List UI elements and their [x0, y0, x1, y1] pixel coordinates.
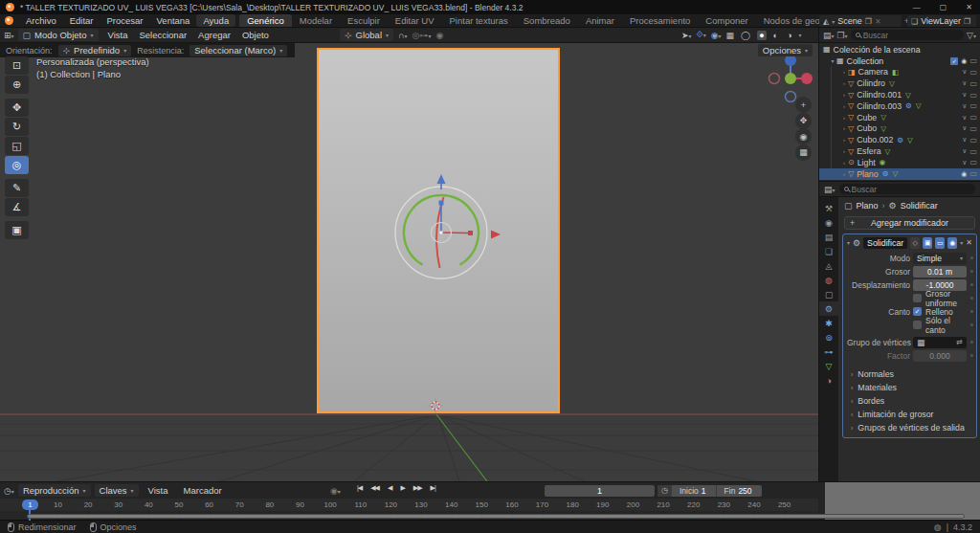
section-normales[interactable]: ›Normales	[843, 367, 976, 381]
outliner-row-light[interactable]: ›⊙Light◉∨▭	[819, 157, 980, 168]
add-cube-tool[interactable]: ▣	[5, 221, 29, 239]
start-frame-field[interactable]: 1	[702, 486, 716, 496]
pan-button[interactable]: ✥	[795, 113, 812, 129]
outliner-filter-collection-icon[interactable]: ❐▾	[837, 31, 848, 40]
eye-closed-icon[interactable]: ∨	[962, 68, 967, 76]
scene-tab[interactable]: ◬	[819, 258, 838, 273]
eye-closed-icon[interactable]: ∨	[962, 91, 967, 99]
menu-editar[interactable]: Editar	[63, 14, 100, 27]
edit-mode-toggle[interactable]: ▣	[923, 237, 932, 249]
uniform-thickness-checkbox[interactable]	[913, 294, 922, 302]
marker-menu[interactable]: Marcador	[178, 485, 228, 496]
expand-icon[interactable]: ›	[840, 103, 848, 109]
timeline-editor-icon[interactable]: ◷▾	[4, 486, 14, 496]
close-icon[interactable]: ✕	[966, 238, 972, 247]
next-keyframe-button[interactable]: ▶▶	[413, 484, 422, 492]
use-preview-range-icon[interactable]: ◷	[657, 485, 672, 497]
screen-icon[interactable]: ▭	[969, 124, 977, 133]
outliner-row-cubo-002[interactable]: ›▽Cubo.002⚙▽∨▭	[819, 134, 980, 145]
expand-icon[interactable]: ›	[840, 92, 848, 98]
thickness-slider[interactable]: 0.01 m	[913, 266, 967, 278]
plane-object[interactable]	[318, 49, 559, 412]
outliner-row-collection[interactable]: ▾▦Collection✓◉▭	[819, 56, 980, 67]
eye-closed-icon[interactable]: ∨	[962, 124, 967, 132]
eye-closed-icon[interactable]: ∨	[962, 136, 967, 144]
outliner-row-plano[interactable]: ›▽Plano⚙▽◉▭	[819, 168, 980, 180]
jump-end-button[interactable]: ▶|	[431, 484, 435, 492]
menu-ayuda[interactable]: Ayuda	[196, 14, 235, 27]
eye-closed-icon[interactable]: ∨	[962, 159, 967, 167]
gizmo-z-handle[interactable]	[439, 201, 444, 206]
workspace-tab-editar-uv[interactable]: Editar UV	[388, 14, 442, 27]
rim-fill-checkbox[interactable]: ✓	[913, 307, 922, 316]
annotate-tool[interactable]: ✎	[5, 179, 29, 197]
screen-icon[interactable]: ▭	[969, 56, 977, 65]
shading-options-icon[interactable]: ▾	[798, 32, 801, 38]
current-frame-field[interactable]: 1	[545, 485, 655, 497]
add-modifier-button[interactable]: Agregar modificador	[844, 216, 975, 230]
viewport-menu-agregar[interactable]: Agregar	[192, 30, 236, 40]
workspace-tab-procesamiento[interactable]: Procesamiento	[622, 14, 698, 27]
material-tab[interactable]: ◑	[819, 373, 838, 388]
zoom-button[interactable]: +	[795, 97, 812, 113]
move-tool[interactable]: ✥	[5, 99, 29, 117]
filter-funnel-icon[interactable]: ▽▾	[967, 31, 976, 40]
minimize-button[interactable]: —	[913, 3, 921, 11]
factor-slider[interactable]: 0.000	[913, 350, 967, 362]
outliner-row-cilindro[interactable]: ›▽Cilindro▽∨▭	[819, 78, 980, 89]
falloff-dropdown[interactable]: Seleccionar (Marco)▾	[189, 45, 287, 56]
view-layer-selector[interactable]: ❏ ViewLayer ❐	[907, 15, 976, 27]
properties-editor-icon[interactable]: ▤▾	[824, 185, 835, 194]
section-grupos-de-v-rtices-de-salida[interactable]: ›Grupos de vértices de salida	[843, 421, 976, 434]
invert-vertex-group-icon[interactable]: ⇄	[956, 338, 963, 346]
breadcrumb-modifier[interactable]: Solidificar	[901, 201, 938, 211]
screen-icon[interactable]: ▭	[969, 147, 977, 156]
viewport-3d[interactable]: Orientación: ⊹ Predefinido▾ Resistencia:…	[0, 43, 818, 481]
data-tab[interactable]: ▽	[819, 359, 838, 373]
extras-dropdown-icon[interactable]: ▾	[960, 239, 963, 246]
render-toggle[interactable]: ◉	[947, 237, 957, 249]
screen-icon[interactable]: ▭	[969, 91, 977, 100]
outliner-row-camera[interactable]: ›◨Camera◧∨▭	[819, 67, 980, 78]
mode-dropdown[interactable]: Simple▾	[913, 253, 967, 264]
only-rim-checkbox[interactable]	[913, 321, 922, 329]
selectability-dropdown-icon[interactable]: ➤▾	[681, 31, 692, 40]
screen-icon[interactable]: ▭	[969, 136, 977, 144]
workspace-tab-sombreado[interactable]: Sombreado	[516, 14, 578, 27]
workspace-tab-animar[interactable]: Animar	[578, 14, 622, 27]
eye-closed-icon[interactable]: ∨	[962, 102, 967, 110]
screen-icon[interactable]: ▭	[969, 68, 977, 77]
section-materiales[interactable]: ›Materiales	[843, 381, 976, 394]
screen-icon[interactable]: ▭	[969, 101, 977, 110]
particles-tab[interactable]: ✱	[819, 316, 838, 330]
outliner-row-esfera[interactable]: ›▽Esfera▽∨▭	[819, 145, 980, 157]
workspace-tab-gen-rico[interactable]: Genérico	[239, 14, 292, 27]
auto-key-record-icon[interactable]: ◉▾	[330, 486, 341, 496]
workspace-tab-pintar-texturas[interactable]: Pintar texturas	[442, 14, 516, 27]
expand-icon[interactable]: ›	[840, 80, 848, 86]
physics-tab[interactable]: ⊚	[819, 330, 838, 344]
overlays-dropdown-icon[interactable]: ◉▾	[711, 31, 722, 40]
outliner-row-cilindro-003[interactable]: ›▽Cilindro.003⚙▽∨▭	[819, 100, 980, 112]
viewport-canvas[interactable]	[0, 43, 818, 481]
section-bordes[interactable]: ›Bordes	[843, 394, 976, 408]
playback-menu[interactable]: Reproducción▾	[18, 484, 91, 497]
render-tab[interactable]: ◉	[819, 215, 838, 230]
end-frame-field[interactable]: 250	[738, 486, 761, 496]
play-button[interactable]: ▶	[400, 484, 404, 492]
constraints-tab[interactable]: ⊶	[819, 344, 838, 359]
prev-keyframe-button[interactable]: ◀◀	[370, 484, 379, 492]
output-tab[interactable]: ▤	[819, 230, 838, 244]
screen-icon[interactable]: ▭	[969, 158, 977, 167]
viewport-menu-seleccionar[interactable]: Seleccionar	[133, 30, 192, 40]
perspective-toggle-button[interactable]: ▦	[795, 144, 812, 161]
scale-tool[interactable]: ◱	[5, 137, 29, 155]
outliner-row-cubo[interactable]: ›▽Cubo▽∨▭	[819, 123, 980, 135]
modifier-tab[interactable]: ⚙	[819, 301, 838, 316]
timeline-ruler[interactable]: 1020304050607080901001101201301401501601…	[0, 499, 818, 511]
vertex-group-field[interactable]: ▦ ⇄	[913, 337, 967, 348]
playhead-marker[interactable]: 1	[22, 500, 38, 510]
options-dropdown[interactable]: Opciones▾	[758, 44, 813, 56]
object-tab[interactable]: ▢	[819, 287, 838, 301]
gizmo-x-handle[interactable]	[468, 231, 473, 235]
